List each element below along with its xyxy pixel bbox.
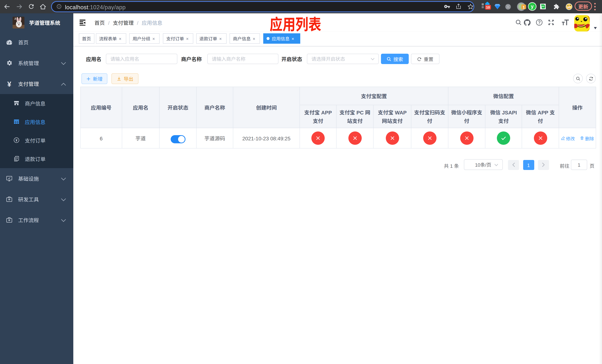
svg-text:⌘: ⌘ <box>506 5 510 9</box>
svg-text:¥: ¥ <box>16 138 17 142</box>
svg-text:y: y <box>531 4 534 10</box>
